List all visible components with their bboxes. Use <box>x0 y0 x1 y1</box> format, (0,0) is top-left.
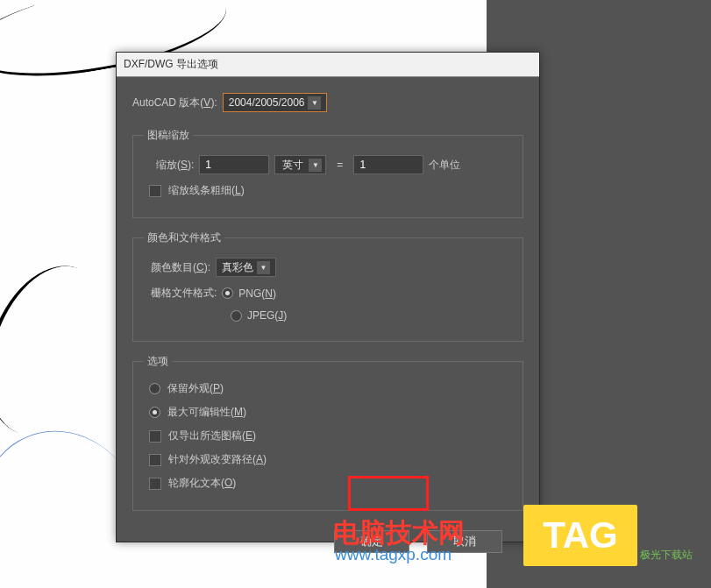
watermark-url: www.tagxp.com <box>335 545 451 564</box>
chevron-down-icon: ▼ <box>308 96 321 110</box>
version-value: 2004/2005/2006 <box>229 96 305 109</box>
lineweight-label: 缩放线条粗细(L) <box>168 183 245 198</box>
scale-label: 缩放(S): <box>156 158 194 173</box>
jpeg-radio[interactable] <box>231 310 242 322</box>
edit-label: 最大可编辑性(M) <box>167 405 246 420</box>
colors-value: 真彩色 <box>222 260 253 275</box>
unit-dropdown[interactable]: 英寸 ▼ <box>274 155 326 174</box>
alter-label: 针对外观改变路径(A) <box>168 452 267 467</box>
dialog-title: DXF/DWG 导出选项 <box>124 57 218 72</box>
export-dialog: DXF/DWG 导出选项 AutoCAD 版本(V): 2004/2005/20… <box>116 52 540 542</box>
options-group: 选项 保留外观(P) 最大可编辑性(M) 仅导出所选图稿(E) <box>132 354 523 511</box>
selected-label: 仅导出所选图稿(E) <box>168 429 256 443</box>
color-group: 颜色和文件格式 颜色数目(C): 真彩色 ▼ 栅格文件格式: PNG(N) <box>132 230 523 342</box>
watermark-tag: TAG <box>523 505 637 566</box>
scale-input[interactable] <box>199 155 269 174</box>
scale-legend: 图稿缩放 <box>144 128 193 143</box>
unit-value: 英寸 <box>282 158 303 173</box>
scale-group: 图稿缩放 缩放(S): 英寸 ▼ = 个单位 缩放线条粗细(L) <box>132 128 523 218</box>
selected-checkbox[interactable] <box>149 430 161 443</box>
preserve-label: 保留外观(P) <box>167 381 224 396</box>
raster-label: 栅格文件格式: <box>151 286 217 301</box>
ratio-suffix: 个单位 <box>429 158 460 173</box>
dialog-titlebar[interactable]: DXF/DWG 导出选项 <box>117 53 539 77</box>
colors-label: 颜色数目(C): <box>151 260 210 275</box>
outline-label: 轮廓化文本(O) <box>168 476 236 491</box>
version-dropdown[interactable]: 2004/2005/2006 ▼ <box>223 93 328 112</box>
color-legend: 颜色和文件格式 <box>144 230 224 245</box>
chevron-down-icon: ▼ <box>309 159 322 172</box>
colors-dropdown[interactable]: 真彩色 ▼ <box>216 258 276 277</box>
preserve-radio[interactable] <box>149 383 160 394</box>
edit-radio[interactable] <box>149 407 160 418</box>
png-radio[interactable] <box>222 287 233 299</box>
ratio-input[interactable] <box>353 155 423 174</box>
watermark-sub: 极光下载站 <box>640 548 693 563</box>
jpeg-label: JPEG(J) <box>247 309 287 322</box>
outline-checkbox[interactable] <box>149 478 161 490</box>
png-label: PNG(N) <box>238 287 276 300</box>
version-label: AutoCAD 版本(V): <box>132 96 217 110</box>
chevron-down-icon: ▼ <box>257 261 270 274</box>
lineweight-checkbox[interactable] <box>149 185 161 197</box>
alter-checkbox[interactable] <box>149 454 161 466</box>
options-legend: 选项 <box>144 354 172 369</box>
equals-label: = <box>337 159 343 171</box>
